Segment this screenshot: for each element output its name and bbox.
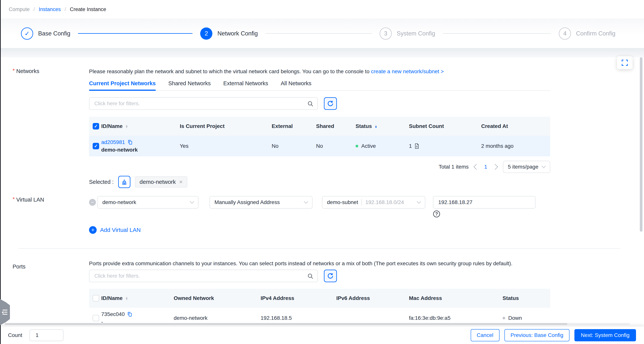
- expand-fullscreen-button[interactable]: [617, 56, 632, 69]
- add-virtual-lan-label: Add Virtual LAN: [100, 227, 141, 233]
- network-id-link[interactable]: ad205981: [101, 139, 125, 145]
- step-done-circle: ✓: [21, 28, 33, 40]
- step-number: 3: [384, 30, 387, 37]
- column-id-name[interactable]: ID/Name ▲▼: [101, 295, 174, 301]
- tab-all-networks[interactable]: All Networks: [281, 80, 311, 90]
- vlan-subnet-select[interactable]: demo-subnet 192.168.18.0/24: [322, 196, 425, 208]
- column-status[interactable]: Status ▲▼: [356, 123, 409, 129]
- step-connector: [443, 33, 551, 34]
- copy-icon[interactable]: [127, 312, 132, 317]
- ip-help-icon[interactable]: ?: [433, 210, 440, 218]
- fullscreen-icon: [621, 59, 628, 66]
- step-number: 4: [563, 30, 566, 37]
- select-all-checkbox[interactable]: ✓: [93, 123, 99, 130]
- wizard-footer: Count Cancel Previous: Base Config Next:…: [0, 326, 644, 344]
- check-icon: ✓: [24, 30, 30, 36]
- vlan-ip-input[interactable]: [433, 196, 536, 208]
- cell-mac: fa:16:3e:db:9e:a5: [409, 315, 502, 321]
- count-input[interactable]: [30, 329, 64, 341]
- sort-icon: ▲▼: [374, 124, 378, 128]
- column-id-name[interactable]: ID/Name ▲▼: [101, 123, 180, 129]
- step-confirm-config: 4 Confirm Config: [559, 28, 623, 40]
- question-mark: ?: [435, 211, 438, 216]
- breadcrumb-compute: Compute: [9, 6, 30, 12]
- step-todo-circle: 3: [380, 28, 392, 40]
- ports-filter-input[interactable]: [90, 270, 318, 282]
- minus-icon: −: [91, 200, 94, 205]
- breadcrumb-separator: /: [34, 6, 35, 12]
- step-system-config: 3 System Config: [380, 28, 559, 40]
- networks-filter-box[interactable]: [89, 97, 318, 110]
- networks-refresh-button[interactable]: [324, 97, 337, 110]
- column-ipv6-address: IPv6 Address: [336, 295, 409, 301]
- page-number[interactable]: 1: [484, 164, 487, 170]
- tab-shared-networks[interactable]: Shared Networks: [168, 80, 211, 90]
- column-shared: Shared: [316, 123, 356, 129]
- prev-page-icon[interactable]: [474, 164, 480, 170]
- vlan-assign-mode-value: Manually Assigned Address: [214, 199, 280, 205]
- step-base-config[interactable]: ✓ Base Config: [21, 28, 200, 40]
- ports-refresh-button[interactable]: [324, 270, 337, 282]
- add-virtual-lan-button[interactable]: + Add Virtual LAN: [89, 226, 550, 234]
- row-checkbox[interactable]: ✓: [93, 143, 99, 149]
- cell-created-at: 2 months ago: [481, 143, 550, 149]
- vlan-network-select[interactable]: demo-network: [98, 196, 198, 208]
- column-subnet-count: Subnet Count: [409, 123, 481, 129]
- selected-network-tag[interactable]: demo-network ×: [135, 176, 187, 188]
- next-page-icon[interactable]: [492, 164, 498, 170]
- networks-pagination: Total 1 items 1 5 items/page: [89, 160, 550, 173]
- tab-current-project-networks[interactable]: Current Project Networks: [89, 80, 156, 90]
- vertical-scrollbar-thumb[interactable]: [640, 57, 642, 232]
- plus-icon: +: [89, 226, 97, 234]
- ports-table-header: ID/Name ▲▼ Owned Network IPv4 Address IP…: [89, 289, 550, 308]
- network-table-row[interactable]: ✓ ad205981 demo-network Yes No No Active: [89, 136, 550, 156]
- cell-shared: No: [316, 143, 356, 149]
- horizontal-scrollbar-thumb[interactable]: [4, 323, 567, 325]
- subnet-divider: [362, 199, 362, 206]
- cell-status: Down: [508, 315, 522, 321]
- column-is-current-project: Is Current Project: [180, 123, 272, 129]
- ports-filter-box[interactable]: [89, 270, 318, 282]
- cell-subnet-count: 1: [409, 143, 412, 149]
- subnet-cidr: 192.168.18.0/24: [365, 199, 404, 205]
- remove-vlan-button[interactable]: −: [89, 199, 96, 206]
- horizontal-scrollbar[interactable]: [4, 323, 630, 325]
- clear-selection-button[interactable]: [118, 176, 130, 188]
- tab-external-networks[interactable]: External Networks: [223, 80, 268, 90]
- check-icon: ✓: [94, 124, 98, 129]
- cell-ipv4: 192.168.18.5: [260, 315, 336, 321]
- select-all-checkbox[interactable]: [93, 295, 99, 302]
- subnet-name: demo-subnet: [327, 199, 358, 205]
- ports-description: Ports provide extra communication channe…: [89, 260, 550, 267]
- step-connector: [266, 33, 372, 34]
- breadcrumb-current-page: Create Instance: [70, 6, 106, 12]
- networks-label-text: Networks: [16, 68, 39, 74]
- previous-step-button[interactable]: Previous: Base Config: [504, 329, 570, 341]
- column-owned-network: Owned Network: [174, 295, 260, 301]
- copy-icon[interactable]: [127, 140, 133, 145]
- networks-filter-input[interactable]: [90, 98, 318, 110]
- breadcrumb-instances-link[interactable]: Instances: [39, 6, 61, 12]
- port-id: 735ec040: [101, 311, 125, 317]
- remove-tag-icon[interactable]: ×: [179, 179, 183, 185]
- next-step-button[interactable]: Next: System Config: [574, 329, 636, 341]
- search-icon: [307, 273, 314, 279]
- step-label: Network Config: [217, 30, 258, 37]
- collapsed-sidebar-edge: [0, 0, 1, 344]
- column-status: Status: [502, 295, 550, 301]
- create-network-link[interactable]: create a new network/subnet >: [371, 68, 444, 74]
- column-label: ID/Name: [101, 123, 122, 129]
- step-network-config[interactable]: 2 Network Config: [200, 28, 380, 40]
- cancel-button[interactable]: Cancel: [471, 329, 500, 341]
- vlan-assign-mode-select[interactable]: Manually Assigned Address: [210, 196, 312, 208]
- cell-owned-network: demo-network: [174, 315, 260, 321]
- page-size-select[interactable]: 5 items/page: [503, 161, 550, 173]
- column-ipv4-address: IPv4 Address: [260, 295, 336, 301]
- virtual-lan-field-label: *Virtual LAN: [0, 188, 89, 234]
- networks-tab-bar: Current Project Networks Shared Networks…: [89, 80, 550, 91]
- port-table-row[interactable]: 735ec040 - demo-network 192.168.18.5 fa:…: [89, 308, 550, 328]
- row-checkbox[interactable]: [93, 315, 99, 321]
- subnet-detail-icon[interactable]: [414, 143, 420, 149]
- network-config-form: *Networks Please reasonably plan the net…: [0, 57, 644, 328]
- refresh-icon: [327, 100, 334, 107]
